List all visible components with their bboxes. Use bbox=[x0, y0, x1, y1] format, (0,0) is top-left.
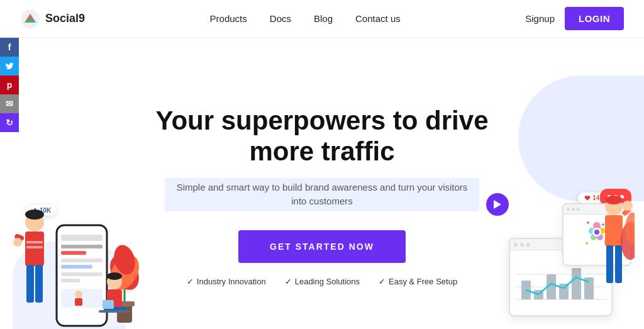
navbar-actions: Signup LOGIN bbox=[525, 7, 624, 30]
check-icon-1: ✓ bbox=[187, 277, 194, 286]
social-email-icon[interactable]: ✉ bbox=[0, 94, 19, 113]
nav-menu: Products Docs Blog Contact us bbox=[210, 13, 401, 25]
svg-point-5 bbox=[25, 209, 44, 220]
browser-dot-1 bbox=[514, 243, 518, 247]
nav-item-contact[interactable]: Contact us bbox=[355, 13, 401, 25]
logo-text: Social9 bbox=[45, 12, 85, 25]
social-share-icon[interactable]: ↻ bbox=[0, 113, 19, 132]
hero-section: Your superpowers to drive more traffic S… bbox=[0, 38, 644, 329]
illustration-person-left bbox=[13, 203, 57, 329]
signup-link[interactable]: Signup bbox=[525, 13, 555, 24]
badge-industry-label: Industry Innovation bbox=[197, 277, 266, 286]
svg-point-64 bbox=[623, 201, 633, 211]
svg-rect-8 bbox=[26, 246, 43, 248]
hero-badges: ✓ Industry Innovation ✓ Leading Solution… bbox=[187, 277, 457, 286]
logo[interactable]: Social9 bbox=[20, 9, 85, 29]
svg-rect-18 bbox=[61, 265, 92, 269]
badge-setup: ✓ Easy & Free Setup bbox=[379, 277, 457, 286]
check-icon-2: ✓ bbox=[285, 277, 292, 286]
svg-rect-56 bbox=[587, 221, 589, 224]
logo-icon bbox=[20, 9, 40, 29]
browser-dot-3 bbox=[526, 243, 530, 247]
hero-title: Your superpowers to drive more traffic bbox=[127, 106, 517, 167]
play-button[interactable] bbox=[486, 193, 509, 216]
svg-point-22 bbox=[75, 291, 82, 298]
nav-item-docs[interactable]: Docs bbox=[270, 13, 291, 25]
login-button[interactable]: LOGIN bbox=[565, 7, 624, 30]
svg-marker-36 bbox=[494, 200, 501, 209]
svg-point-61 bbox=[605, 196, 623, 204]
svg-rect-9 bbox=[26, 265, 34, 303]
illustration-person-sitting bbox=[97, 272, 132, 329]
social-twitter-icon[interactable] bbox=[0, 57, 19, 75]
check-icon-3: ✓ bbox=[379, 277, 386, 286]
svg-rect-62 bbox=[605, 215, 623, 247]
svg-rect-23 bbox=[75, 298, 82, 306]
svg-rect-15 bbox=[61, 245, 103, 248]
svg-rect-14 bbox=[61, 235, 103, 241]
browser-dot-2 bbox=[520, 243, 524, 247]
svg-rect-66 bbox=[615, 245, 622, 283]
svg-rect-16 bbox=[61, 251, 86, 255]
nav-item-products[interactable]: Products bbox=[210, 13, 247, 25]
cta-button[interactable]: GET STARTED NOW bbox=[238, 230, 406, 263]
social-sidebar: f p ✉ ↻ bbox=[0, 38, 19, 132]
svg-point-12 bbox=[13, 238, 22, 247]
navbar: Social9 Products Docs Blog Contact us Si… bbox=[0, 0, 644, 38]
svg-rect-10 bbox=[35, 265, 43, 303]
svg-rect-35 bbox=[103, 300, 114, 309]
svg-point-31 bbox=[107, 272, 122, 280]
nav-item-blog[interactable]: Blog bbox=[314, 13, 333, 25]
badge-solutions-label: Leading Solutions bbox=[295, 277, 360, 286]
hero-subtitle: Simple and smart way to build brand awar… bbox=[165, 178, 479, 211]
svg-rect-20 bbox=[61, 279, 80, 282]
svg-rect-7 bbox=[26, 241, 43, 243]
svg-rect-65 bbox=[606, 245, 613, 283]
svg-rect-17 bbox=[61, 259, 103, 262]
svg-rect-34 bbox=[99, 310, 130, 313]
badge-solutions: ✓ Leading Solutions bbox=[285, 277, 360, 286]
svg-rect-59 bbox=[586, 242, 588, 245]
svg-rect-19 bbox=[61, 272, 103, 276]
social-facebook-icon[interactable]: f bbox=[0, 38, 19, 57]
social-pinterest-icon[interactable]: p bbox=[0, 75, 19, 94]
svg-rect-47 bbox=[572, 268, 581, 299]
svg-rect-6 bbox=[25, 231, 44, 266]
illustration-person-right bbox=[594, 191, 635, 329]
bg-blob-right bbox=[518, 75, 644, 201]
badge-industry: ✓ Industry Innovation bbox=[187, 277, 266, 286]
badge-setup-label: Easy & Free Setup bbox=[389, 277, 457, 286]
